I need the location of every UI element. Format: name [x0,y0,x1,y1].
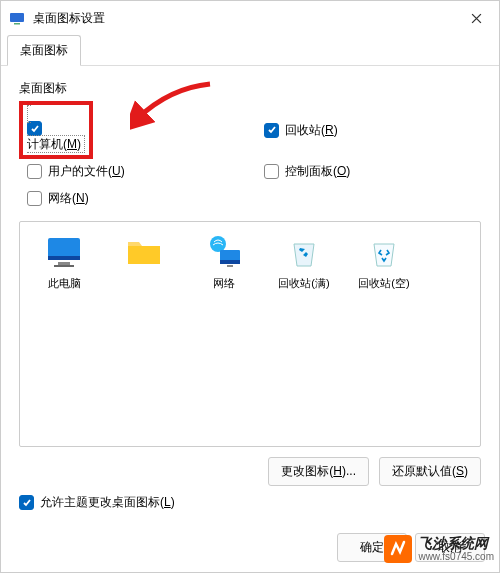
icon-user-folder[interactable] [104,232,184,291]
titlebar: 桌面图标设置 [1,1,499,35]
checkbox-computer[interactable]: 计算机(M) [27,107,244,153]
checkbox-recycle[interactable]: 回收站(R) [264,107,481,153]
icon-button-row: 更改图标(H)... 还原默认值(S) [19,457,481,486]
svg-rect-10 [227,265,233,267]
folder-icon [124,232,164,272]
icon-label: 此电脑 [48,276,81,291]
watermark-title: 飞沙系统网 [418,536,494,551]
window-title: 桌面图标设置 [33,10,461,27]
checkbox-label: 用户的文件(U) [48,163,125,180]
group-label: 桌面图标 [19,80,481,97]
icon-label: 网络 [213,276,235,291]
svg-rect-3 [48,256,80,260]
dialog-window: 桌面图标设置 桌面图标 桌面图标 计算机(M) 回收站(R) [0,0,500,573]
checkbox-label: 回收站(R) [285,122,338,139]
watermark: 飞沙系统网 www.fs0745.com [384,535,494,563]
checkbox-controlpanel[interactable]: 控制面板(O) [264,163,481,180]
icon-label: 回收站(满) [278,276,329,291]
checkbox-userfiles[interactable]: 用户的文件(U) [27,163,244,180]
checkbox-box [264,123,279,138]
svg-rect-6 [128,246,160,264]
icon-this-pc[interactable]: 此电脑 [24,232,104,291]
network-icon [204,232,244,272]
restore-default-button[interactable]: 还原默认值(S) [379,457,481,486]
watermark-url: www.fs0745.com [418,551,494,562]
checkbox-label: 允许主题更改桌面图标(L) [40,494,175,511]
icon-label [139,276,150,291]
tab-strip: 桌面图标 [1,35,499,66]
svg-rect-1 [14,23,20,25]
icon-network[interactable]: 网络 [184,232,264,291]
svg-point-7 [210,236,226,252]
watermark-logo-icon [384,535,412,563]
checkbox-label: 控制面板(O) [285,163,350,180]
checkbox-allow-themes[interactable]: 允许主题更改桌面图标(L) [19,494,481,511]
icon-label: 回收站(空) [358,276,409,291]
monitor-icon [44,232,84,272]
checkbox-box [264,164,279,179]
checkbox-network[interactable]: 网络(N) [27,190,244,207]
svg-rect-4 [58,262,70,265]
icon-recycle-empty[interactable]: 回收站(空) [344,232,424,291]
annotation-highlight: 计算机(M) [19,101,93,159]
change-icon-button[interactable]: 更改图标(H)... [268,457,369,486]
checkbox-box [27,191,42,206]
close-button[interactable] [461,3,491,33]
icon-preview-panel: 此电脑 网络 回收站(满) 回收站(空) [19,221,481,447]
checkbox-box [27,121,42,136]
svg-rect-5 [54,265,74,267]
svg-rect-9 [220,260,240,264]
icon-recycle-full[interactable]: 回收站(满) [264,232,344,291]
svg-rect-0 [10,13,24,22]
recycle-empty-icon [364,232,404,272]
tab-desktop-icons[interactable]: 桌面图标 [7,35,81,66]
tab-content: 桌面图标 计算机(M) 回收站(R) 用户的文件(U) 控 [1,66,499,523]
checkbox-grid: 计算机(M) 回收站(R) 用户的文件(U) 控制面板(O) 网络(N) [27,107,481,207]
app-icon [9,10,25,26]
checkbox-box [19,495,34,510]
checkbox-box [27,164,42,179]
checkbox-label: 网络(N) [48,190,89,207]
recycle-full-icon [284,232,324,272]
checkbox-label: 计算机(M) [27,137,81,151]
